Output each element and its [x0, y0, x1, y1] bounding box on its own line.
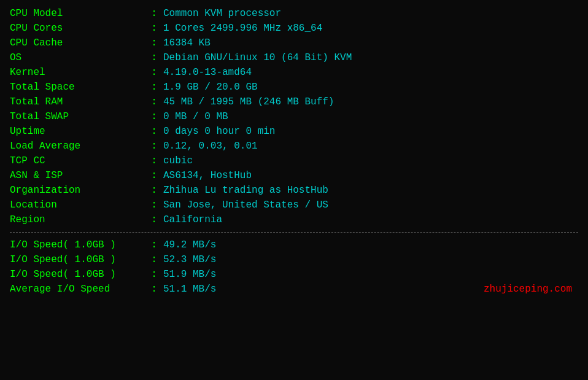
io-row-value: 52.3 MB/s: [163, 252, 578, 267]
row-value: 0.12, 0.03, 0.01: [163, 139, 578, 153]
row-value: 45 MB / 1995 MB (246 MB Buff): [163, 95, 578, 109]
row-label: Load Average: [10, 139, 145, 153]
row-label: CPU Model: [10, 6, 145, 21]
system-info-table: CPU Model: Common KVM processorCPU Cores…: [10, 6, 578, 227]
row-label: Uptime: [10, 124, 145, 139]
row-value: 0 days 0 hour 0 min: [163, 124, 578, 139]
io-row-colon: :: [145, 252, 163, 267]
row-label: Total RAM: [10, 95, 145, 109]
io-table-row: I/O Speed( 1.0GB ): 49.2 MB/s: [10, 238, 578, 252]
io-speed-table: I/O Speed( 1.0GB ): 49.2 MB/sI/O Speed( …: [10, 238, 578, 297]
row-value: AS6134, HostHub: [163, 168, 578, 183]
io-table-row: I/O Speed( 1.0GB ): 51.9 MB/s: [10, 267, 578, 282]
table-row: Location: San Jose, United States / US: [10, 198, 578, 212]
table-row: CPU Cache: 16384 KB: [10, 36, 578, 50]
row-label: OS: [10, 50, 145, 65]
table-row: Total RAM: 45 MB / 1995 MB (246 MB Buff): [10, 95, 578, 109]
row-value: Common KVM processor: [163, 6, 578, 21]
row-value: Zhihua Lu trading as HostHub: [163, 183, 578, 198]
io-row-value: 51.1 MB/szhujiceping.com: [163, 282, 578, 297]
watermark-text: zhujiceping.com: [484, 284, 578, 295]
row-value: Debian GNU/Linux 10 (64 Bit) KVM: [163, 50, 578, 65]
row-label: Total SWAP: [10, 109, 145, 124]
row-colon: :: [145, 80, 163, 95]
row-label: Region: [10, 212, 145, 227]
row-value: San Jose, United States / US: [163, 198, 578, 212]
table-row: Region: California: [10, 212, 578, 227]
row-colon: :: [145, 198, 163, 212]
system-info-section: CPU Model: Common KVM processorCPU Cores…: [10, 6, 578, 227]
io-speed-value: 51.1 MB/s: [163, 284, 216, 295]
row-label: CPU Cache: [10, 36, 145, 50]
row-colon: :: [145, 36, 163, 50]
row-value: 1 Cores 2499.996 MHz x86_64: [163, 21, 578, 36]
table-row: ASN & ISP: AS6134, HostHub: [10, 168, 578, 183]
io-row-label: Average I/O Speed: [10, 282, 145, 297]
section-divider: [10, 232, 578, 233]
row-colon: :: [145, 21, 163, 36]
row-label: Kernel: [10, 65, 145, 80]
row-colon: :: [145, 153, 163, 168]
row-label: TCP CC: [10, 153, 145, 168]
row-colon: :: [145, 124, 163, 139]
io-table-row: I/O Speed( 1.0GB ): 52.3 MB/s: [10, 252, 578, 267]
row-value: 16384 KB: [163, 36, 578, 50]
row-colon: :: [145, 139, 163, 153]
table-row: Total Space: 1.9 GB / 20.0 GB: [10, 80, 578, 95]
row-value: cubic: [163, 153, 578, 168]
row-colon: :: [145, 168, 163, 183]
row-label: Total Space: [10, 80, 145, 95]
table-row: CPU Cores: 1 Cores 2499.996 MHz x86_64: [10, 21, 578, 36]
row-colon: :: [145, 65, 163, 80]
row-label: Location: [10, 198, 145, 212]
row-colon: :: [145, 6, 163, 21]
table-row: OS: Debian GNU/Linux 10 (64 Bit) KVM: [10, 50, 578, 65]
io-row-colon: :: [145, 282, 163, 297]
row-label: Organization: [10, 183, 145, 198]
table-row: Total SWAP: 0 MB / 0 MB: [10, 109, 578, 124]
io-row-label: I/O Speed( 1.0GB ): [10, 252, 145, 267]
row-label: ASN & ISP: [10, 168, 145, 183]
row-colon: :: [145, 212, 163, 227]
table-row: CPU Model: Common KVM processor: [10, 6, 578, 21]
io-speed-section: I/O Speed( 1.0GB ): 49.2 MB/sI/O Speed( …: [10, 238, 578, 297]
io-row-label: I/O Speed( 1.0GB ): [10, 267, 145, 282]
io-row-value: 51.9 MB/s: [163, 267, 578, 282]
row-label: CPU Cores: [10, 21, 145, 36]
row-value: California: [163, 212, 578, 227]
io-row-colon: :: [145, 238, 163, 252]
row-value: 1.9 GB / 20.0 GB: [163, 80, 578, 95]
io-row-colon: :: [145, 267, 163, 282]
table-row: Organization: Zhihua Lu trading as HostH…: [10, 183, 578, 198]
table-row: TCP CC: cubic: [10, 153, 578, 168]
table-row: Uptime: 0 days 0 hour 0 min: [10, 124, 578, 139]
row-colon: :: [145, 109, 163, 124]
io-row-label: I/O Speed( 1.0GB ): [10, 238, 145, 252]
io-table-row: Average I/O Speed: 51.1 MB/szhujiceping.…: [10, 282, 578, 297]
io-row-value: 49.2 MB/s: [163, 238, 578, 252]
row-value: 0 MB / 0 MB: [163, 109, 578, 124]
row-colon: :: [145, 95, 163, 109]
row-colon: :: [145, 183, 163, 198]
row-value: 4.19.0-13-amd64: [163, 65, 578, 80]
table-row: Kernel: 4.19.0-13-amd64: [10, 65, 578, 80]
row-colon: :: [145, 50, 163, 65]
table-row: Load Average: 0.12, 0.03, 0.01: [10, 139, 578, 153]
